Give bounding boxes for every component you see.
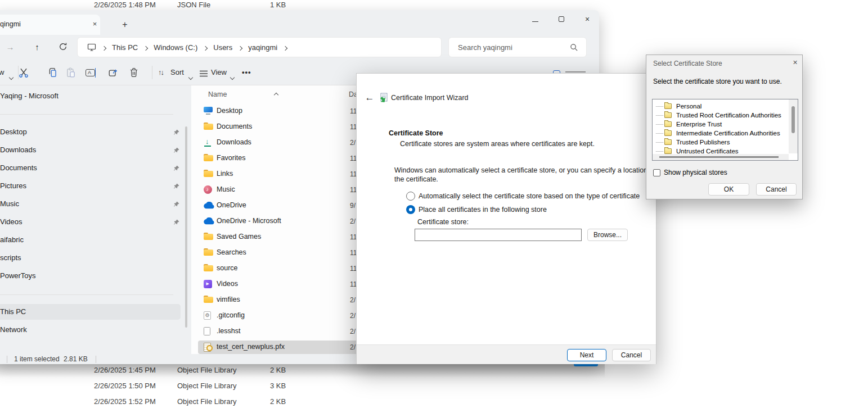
chevron-down-icon [10, 71, 13, 81]
file-row[interactable]: source 11, [198, 262, 367, 275]
folder-icon [204, 154, 214, 163]
file-row[interactable]: OneDrive 9/ [198, 199, 367, 212]
tab-close-icon[interactable]: × [90, 20, 100, 29]
folder-icon [664, 121, 672, 127]
sort-button[interactable]: Sort [170, 68, 184, 76]
show-physical-stores-label[interactable]: Show physical stores [664, 168, 727, 177]
breadcrumb[interactable]: This PC Windows (C:) Users yaqingmi [77, 37, 442, 57]
file-row-selected[interactable]: test_cert_newplus.pfx 2/ [198, 341, 365, 354]
search-input[interactable] [458, 38, 565, 56]
folder-icon [664, 130, 672, 136]
dialog-cancel-button[interactable]: Cancel [756, 183, 797, 196]
certificate-file-icon [204, 343, 214, 352]
sidebar-item-desktop[interactable]: Desktop [0, 126, 27, 138]
tree-item-trusted-publishers[interactable]: Trusted Publishers [653, 138, 788, 147]
explorer-tab-yaqingmi[interactable]: qingmi × [0, 15, 100, 35]
up-arrow-button[interactable]: ↑ [32, 42, 42, 52]
forward-arrow-button[interactable]: → [5, 42, 15, 52]
bg-row-type: Object File Library [177, 382, 236, 390]
file-row[interactable]: Documents 11, [198, 120, 367, 134]
new-tab-button[interactable]: + [120, 20, 130, 30]
sidebar-item-pictures[interactable]: Pictures [0, 180, 26, 192]
new-button-partial[interactable]: w [0, 68, 4, 76]
sidebar-account-label[interactable]: Yaqing - Microsoft [0, 90, 59, 102]
file-row[interactable]: OneDrive - Microsoft 2/ [198, 215, 367, 228]
dialog-close-icon[interactable]: × [790, 58, 800, 67]
tree-item-enterprise-trust[interactable]: Enterprise Trust [653, 120, 788, 129]
chevron-down-icon [189, 71, 192, 81]
sidebar-scrollbar[interactable] [185, 126, 187, 328]
file-row[interactable]: Favorites 11, [198, 152, 367, 165]
tree-vertical-scrollbar[interactable] [789, 99, 798, 153]
browse-button[interactable]: Browse... [587, 229, 628, 241]
sidebar-item-videos[interactable]: Videos [0, 216, 23, 228]
file-row[interactable]: Saved Games 11, [198, 230, 367, 244]
search-box[interactable] [448, 37, 587, 57]
pin-icon [173, 219, 179, 225]
sidebar-item-this-pc[interactable]: This PC [0, 306, 26, 317]
breadcrumb-item-this-pc[interactable]: This PC [112, 43, 138, 52]
cancel-button[interactable]: Cancel [612, 349, 651, 361]
ok-button[interactable]: OK [708, 183, 749, 196]
folder-icon [664, 139, 672, 145]
breadcrumb-item-yaqingmi[interactable]: yaqingmi [248, 43, 277, 52]
sidebar-item-network[interactable]: Network [0, 324, 27, 335]
tree-item-trusted-root[interactable]: Trusted Root Certification Authorities [653, 111, 788, 120]
rename-button[interactable] [86, 69, 95, 76]
sidebar-item-music[interactable]: Music [0, 198, 19, 210]
scissors-icon [19, 67, 29, 78]
file-row[interactable]: .lesshst 2/ [198, 325, 367, 338]
view-button[interactable]: View [211, 68, 227, 76]
sidebar-item-documents[interactable]: Documents [0, 162, 37, 174]
maximize-button[interactable] [556, 14, 566, 24]
file-row[interactable]: Links 11, [198, 167, 367, 181]
cut-button[interactable] [19, 67, 29, 80]
maximize-icon [559, 16, 564, 22]
file-row[interactable]: Music 11, [198, 183, 367, 197]
minimize-button[interactable] [530, 14, 540, 24]
sort-arrows-icon: ↑↓ [158, 68, 163, 76]
file-row[interactable]: Downloads 2/ [198, 136, 367, 149]
radio-auto-select-store-label[interactable]: Automatically select the certificate sto… [419, 192, 640, 201]
trash-icon [129, 67, 139, 78]
bg-row-date: 2/26/2025 1:50 PM [94, 382, 156, 390]
bg-row-date: 2/26/2025 1:48 PM [94, 1, 156, 9]
breadcrumb-item-windows-c[interactable]: Windows (C:) [154, 43, 197, 52]
folder-icon [204, 248, 214, 257]
file-row[interactable]: .gitconfig 2/ [198, 309, 367, 323]
minimize-icon [532, 21, 538, 22]
column-header-name[interactable]: Name [208, 89, 227, 100]
tree-item-intermediate[interactable]: Intermediate Certification Authorities [653, 129, 788, 138]
paste-button[interactable] [66, 67, 76, 80]
more-options-button[interactable]: ••• [242, 68, 251, 76]
radio-place-all-certificates[interactable] [406, 205, 415, 214]
sidebar-item-scripts[interactable]: scripts [0, 252, 21, 264]
radio-place-all-certificates-label[interactable]: Place all certificates in the following … [419, 205, 547, 214]
copy-button[interactable] [48, 67, 58, 80]
wizard-back-button[interactable]: ← [363, 92, 376, 104]
certificate-store-tree[interactable]: Personal Trusted Root Certification Auth… [652, 99, 798, 161]
close-button[interactable]: × [582, 14, 592, 24]
show-physical-stores-checkbox[interactable] [653, 169, 660, 176]
next-button[interactable]: Next [567, 349, 606, 361]
tree-item-personal[interactable]: Personal [653, 102, 788, 111]
sidebar-divider [0, 294, 173, 295]
certificate-store-input[interactable] [415, 229, 582, 241]
file-row[interactable]: Videos 11, [198, 278, 367, 291]
refresh-button[interactable] [58, 42, 68, 52]
file-row[interactable]: vimfiles 2/ [198, 293, 367, 307]
share-button[interactable] [108, 67, 118, 80]
sidebar-item-this-pc-selected[interactable] [0, 304, 181, 320]
radio-auto-select-store[interactable] [406, 192, 415, 201]
file-row[interactable]: Desktop 11, [198, 105, 367, 118]
sidebar-item-downloads[interactable]: Downloads [0, 144, 36, 156]
delete-button[interactable] [129, 67, 139, 80]
video-icon [204, 280, 214, 289]
file-row[interactable]: Searches 11, [198, 246, 367, 260]
sidebar-divider [0, 114, 173, 115]
sidebar-item-powertoys[interactable]: PowerToys [0, 270, 36, 282]
tree-horizontal-scrollbar[interactable] [653, 154, 789, 160]
sidebar-item-aifabric[interactable]: aifabric [0, 234, 24, 246]
selection-count: 1 item selected [14, 355, 60, 363]
breadcrumb-item-users[interactable]: Users [213, 43, 232, 52]
